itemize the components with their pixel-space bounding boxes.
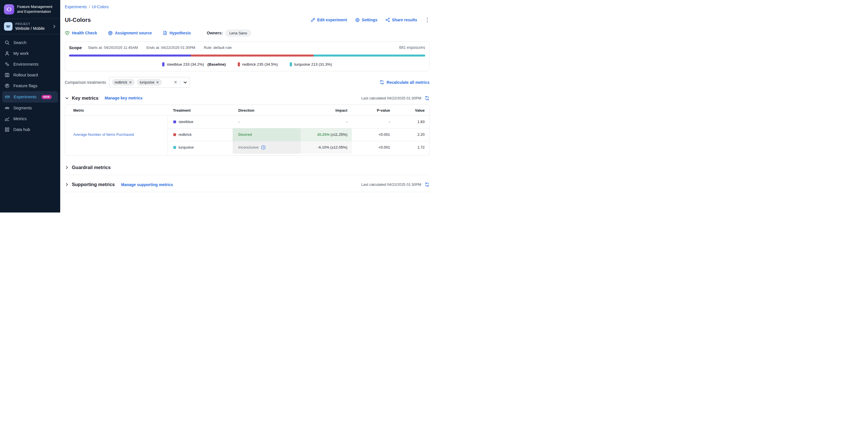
col-header-direction: Direction	[232, 105, 301, 116]
chevron-right-icon	[65, 182, 69, 187]
supporting-metrics-expand-button[interactable]	[65, 182, 69, 187]
svg-text:?: ?	[262, 146, 264, 149]
section-divider	[65, 192, 430, 192]
manage-supporting-metrics-link[interactable]: Manage supporting metrics	[121, 182, 173, 187]
remove-chip-icon[interactable]: ✕	[156, 81, 159, 84]
recalculate-all-metrics-button[interactable]: Recalculate all metrics	[379, 80, 430, 85]
page-title: UI-Colors	[65, 17, 91, 23]
project-name: Website / Mobile	[16, 26, 50, 31]
exposures-count: 681 exposures	[399, 45, 425, 50]
col-header-treatment: Treatment	[167, 105, 232, 116]
guardrail-metrics-expand-button[interactable]	[65, 165, 69, 170]
distribution-legend: steelblue 233 (34.2%) (Baseline) redbric…	[69, 62, 425, 66]
edit-experiment-button[interactable]: Edit experiment	[311, 18, 347, 22]
product-header: Feature Management and Experimentation	[0, 0, 60, 19]
key-metrics-collapse-button[interactable]	[65, 96, 69, 100]
more-options-button[interactable]	[425, 17, 430, 24]
chevron-right-icon	[52, 24, 56, 28]
supporting-metrics-refresh-button[interactable]	[425, 182, 430, 187]
scope-ends: Ends at: 04/22/2025 01:30PM	[146, 45, 195, 50]
manage-key-metrics-link[interactable]: Manage key metrics	[105, 96, 143, 100]
refresh-icon	[425, 96, 430, 100]
supporting-metrics-last-calculated: Last calculated 04/22/2025 01:30PM	[361, 182, 421, 187]
distribution-segment-redbrick	[191, 55, 314, 57]
sidebar-item-environments[interactable]: Environments	[0, 59, 60, 70]
col-header-pvalue: P-value	[352, 105, 395, 116]
key-metrics-refresh-button[interactable]	[425, 96, 430, 100]
direction-cell: -	[232, 115, 301, 128]
sidebar-item-data-hub[interactable]: Data hub	[0, 124, 60, 135]
value-cell: 1.72	[395, 141, 429, 154]
legend-item-steelblue: steelblue 233 (34.2%) (Baseline)	[162, 62, 226, 66]
project-switcher[interactable]: W/ PROJECT Website / Mobile	[0, 19, 60, 34]
sidebar: Feature Management and Experimentation W…	[0, 0, 60, 212]
help-circle-icon[interactable]: ?	[261, 145, 266, 150]
sidebar-item-rollout-board[interactable]: Rollout board	[0, 70, 60, 81]
breadcrumb-separator: /	[89, 4, 90, 9]
direction-cell: Desired	[232, 128, 301, 141]
heart-check-icon	[65, 31, 70, 35]
comparison-treatments-select[interactable]: redbrick ✕ turquoise ✕ ✕	[109, 77, 190, 88]
share-results-button[interactable]: Share results	[385, 18, 417, 22]
split-logo-icon	[4, 4, 14, 14]
chevron-down-icon[interactable]	[183, 80, 187, 85]
treatment-distribution-bar	[69, 55, 425, 57]
pencil-icon	[311, 18, 315, 22]
project-avatar: W/	[4, 22, 12, 31]
treatment-cell: steelblue	[167, 115, 232, 128]
table-row: Average Number of Items Purchased steelb…	[65, 115, 429, 128]
redbrick-swatch	[238, 62, 240, 66]
ruler-icon	[5, 94, 10, 99]
search-icon	[4, 40, 10, 45]
comparison-treatments-label: Comparison treatments	[65, 80, 106, 85]
refresh-icon	[425, 182, 430, 187]
health-check-link[interactable]: Health Check	[65, 31, 97, 35]
share-icon	[385, 18, 390, 22]
pvalue-cell: <0.001	[352, 141, 395, 154]
chip-turquoise: turquoise ✕	[137, 79, 162, 86]
scope-panel: Scope Starts at: 04/20/2025 11:45AM Ends…	[65, 41, 430, 71]
breadcrumb: Experiments / UI-Colors	[65, 4, 430, 9]
clear-all-icon[interactable]: ✕	[174, 80, 177, 85]
sidebar-item-my-work[interactable]: My work	[0, 48, 60, 59]
select-divider	[180, 79, 180, 86]
sidebar-item-search[interactable]: Search	[0, 37, 60, 48]
guardrail-metrics-title: Guardrail metrics	[72, 165, 111, 170]
settings-button[interactable]: Settings	[355, 18, 377, 23]
key-metrics-last-calculated: Last calculated 04/22/2025 01:30PM	[361, 96, 421, 100]
sidebar-item-feature-flags[interactable]: Feature flags	[0, 81, 60, 91]
key-metrics-title: Key metrics	[72, 95, 98, 101]
chip-redbrick: redbrick ✕	[112, 79, 135, 86]
product-title: Feature Management and Experimentation	[17, 4, 56, 14]
steelblue-swatch	[173, 120, 176, 123]
direction-cell: Inconclusive ?	[232, 141, 301, 154]
hypothesis-link[interactable]: Hypothesis	[163, 31, 191, 35]
flag-circle-icon	[4, 83, 10, 88]
impact-cell: -6.10% (±12.05%)	[301, 141, 352, 154]
sidebar-item-metrics[interactable]: Metrics	[0, 113, 60, 124]
assignment-source-link[interactable]: Assignment source	[108, 31, 152, 35]
gear-icon	[355, 18, 360, 23]
key-metrics-panel: Metric Treatment Direction Impact P-valu…	[65, 104, 430, 156]
turquoise-swatch	[173, 146, 176, 149]
col-header-metric: Metric	[65, 105, 167, 116]
legend-item-turquoise: turquoise 213 (31.3%)	[290, 62, 332, 66]
key-metrics-table: Metric Treatment Direction Impact P-valu…	[65, 105, 429, 154]
data-hub-icon	[4, 127, 10, 132]
scope-rule: Rule: default rule	[204, 45, 231, 50]
col-header-impact: Impact	[301, 105, 352, 116]
refresh-icon	[379, 80, 384, 85]
breadcrumb-current-link[interactable]: UI-Colors	[92, 4, 109, 9]
turquoise-swatch	[290, 62, 292, 66]
table-header-row: Metric Treatment Direction Impact P-valu…	[65, 105, 429, 116]
metric-link[interactable]: Average Number of Items Purchased	[73, 132, 134, 136]
user-icon	[4, 51, 10, 56]
chevron-down-icon	[65, 96, 69, 100]
sidebar-item-experiments[interactable]: Experiments NEW	[2, 91, 58, 102]
breadcrumb-experiments-link[interactable]: Experiments	[65, 4, 87, 9]
sidebar-item-segments[interactable]: Segments	[0, 102, 60, 113]
remove-chip-icon[interactable]: ✕	[129, 81, 132, 84]
board-columns-icon	[4, 72, 10, 78]
distribution-segment-turquoise	[314, 55, 425, 57]
owners-label: Owners:	[207, 31, 223, 35]
